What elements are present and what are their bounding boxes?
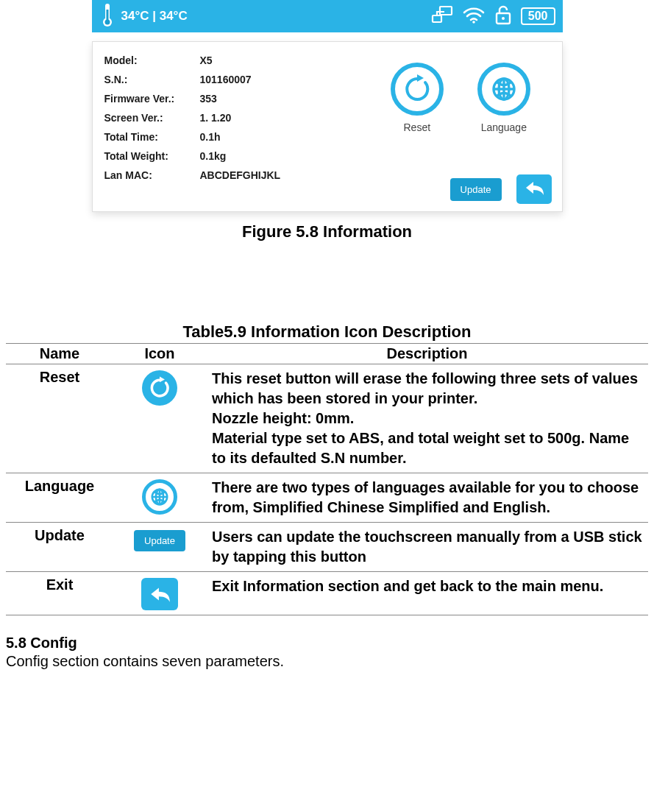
section-heading: 5.8 Config [6, 635, 648, 652]
thermometer-icon [101, 2, 114, 31]
reset-icon [142, 370, 177, 406]
svg-point-3 [104, 19, 110, 24]
info-val: 0.1h [200, 131, 221, 143]
info-panel: Model:X5 S.N.:101160007 Firmware Ver.:35… [92, 41, 563, 212]
reset-icon [391, 63, 444, 116]
network-icon [431, 5, 453, 28]
icon-description-table: Name Icon Description Reset This reset b… [6, 343, 648, 615]
info-key: Total Weight: [104, 150, 200, 162]
row-name: Language [6, 473, 113, 523]
back-button[interactable] [516, 174, 552, 204]
info-val: ABCDEFGHIJKL [200, 169, 281, 181]
section-body: Config section contains seven parameters… [6, 653, 648, 670]
row-desc: Users can update the touchscreen manuall… [206, 523, 648, 572]
info-val: 0.1kg [200, 150, 227, 162]
info-key: Lan MAC: [104, 169, 200, 181]
globe-icon [142, 479, 177, 515]
row-name: Exit [6, 572, 113, 615]
row-icon [113, 364, 206, 473]
reset-button[interactable]: Reset [391, 63, 444, 133]
status-bar: 34°C | 34°C [92, 0, 563, 32]
col-name: Name [6, 344, 113, 364]
info-key: Total Time: [104, 131, 200, 143]
svg-rect-4 [440, 7, 452, 15]
update-button[interactable]: Update [450, 178, 502, 201]
svg-point-8 [502, 17, 505, 20]
table-row: Update Update Users can update the touch… [6, 523, 648, 572]
table-row: Reset This reset button will erase the f… [6, 364, 648, 473]
status-temp: 34°C | 34°C [121, 9, 188, 24]
figure-caption: Figure 5.8 Information [6, 222, 648, 241]
globe-icon [477, 63, 530, 116]
info-key: Screen Ver.: [104, 112, 200, 124]
table-row: Exit Exit Information section and get ba… [6, 572, 648, 615]
row-desc: Exit Information section and get back to… [206, 572, 648, 615]
status-count: 500 [521, 7, 555, 25]
info-val: 101160007 [200, 74, 252, 85]
table-row: Language There are two types of language… [6, 473, 648, 523]
svg-point-6 [472, 21, 475, 24]
row-name: Reset [6, 364, 113, 473]
device-screenshot: 34°C | 34°C [92, 0, 563, 212]
col-desc: Description [206, 344, 648, 364]
back-arrow-icon [523, 179, 545, 200]
back-icon [141, 578, 178, 610]
wifi-icon [462, 5, 486, 28]
info-key: Firmware Ver.: [104, 93, 200, 105]
info-val: 353 [200, 93, 217, 105]
info-val: X5 [200, 54, 213, 66]
svg-rect-5 [433, 15, 441, 22]
lock-open-icon [494, 4, 512, 29]
col-icon: Icon [113, 344, 206, 364]
language-label: Language [481, 121, 527, 133]
row-desc: This reset button will erase the followi… [206, 364, 648, 473]
row-icon [113, 473, 206, 523]
update-pill-icon: Update [134, 530, 185, 551]
info-key: Model: [104, 54, 200, 66]
row-name: Update [6, 523, 113, 572]
info-list: Model:X5 S.N.:101160007 Firmware Ver.:35… [93, 42, 360, 211]
language-button[interactable]: Language [477, 63, 530, 133]
info-val: 1. 1.20 [200, 112, 232, 124]
row-icon: Update [113, 523, 206, 572]
reset-label: Reset [404, 121, 431, 133]
table-title: Table5.9 Information Icon Description [6, 322, 648, 342]
row-desc: There are two types of languages availab… [206, 473, 648, 523]
info-key: S.N.: [104, 74, 200, 85]
row-icon [113, 572, 206, 615]
